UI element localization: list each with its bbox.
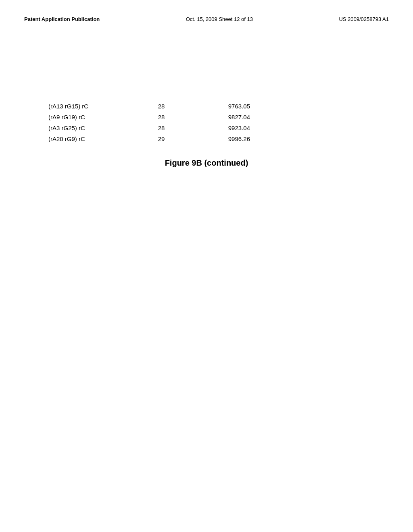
row-num: 28 <box>137 125 186 131</box>
row-name: (rA20 rG9) rC <box>48 135 137 142</box>
figure-title: Figure 9B (continued) <box>48 158 365 168</box>
row-name: (rA9 rG19) rC <box>48 114 137 121</box>
row-num: 28 <box>137 103 186 110</box>
header: Patent Application Publication Oct. 15, … <box>0 0 413 22</box>
table-row: (rA9 rG19) rC289827.04 <box>48 114 365 121</box>
main-content: (rA13 rG15) rC289763.05(rA9 rG19) rC2898… <box>0 22 413 168</box>
header-date-sheet: Oct. 15, 2009 Sheet 12 of 13 <box>186 16 253 22</box>
table-row: (rA13 rG15) rC289763.05 <box>48 103 365 110</box>
page: Patent Application Publication Oct. 15, … <box>0 0 413 532</box>
row-num: 29 <box>137 135 186 142</box>
header-publication-label: Patent Application Publication <box>24 16 100 22</box>
table-row: (rA20 rG9) rC299996.26 <box>48 135 365 142</box>
table-row: (rA3 rG25) rC289923.04 <box>48 125 365 131</box>
data-table: (rA13 rG15) rC289763.05(rA9 rG19) rC2898… <box>48 103 365 142</box>
row-name: (rA3 rG25) rC <box>48 125 137 131</box>
row-value: 9996.26 <box>186 135 250 142</box>
row-name: (rA13 rG15) rC <box>48 103 137 110</box>
row-num: 28 <box>137 114 186 121</box>
row-value: 9763.05 <box>186 103 250 110</box>
row-value: 9923.04 <box>186 125 250 131</box>
header-patent-number: US 2009/0258793 A1 <box>339 16 389 22</box>
row-value: 9827.04 <box>186 114 250 121</box>
